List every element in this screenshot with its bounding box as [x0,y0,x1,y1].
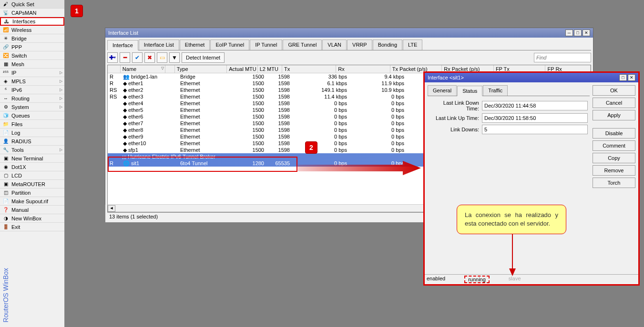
sidebar-item-lcd[interactable]: ▢LCD [0,171,64,180]
sidebar-label: MetaROUTER [11,181,45,187]
sidebar-item-ipv6[interactable]: ⁶IPv6▷ [0,86,64,94]
sidebar-label: Quick Set [11,1,34,7]
sidebar-item-queues[interactable]: 🧊Queues [0,111,64,120]
sidebar-icon: ↔ [2,95,10,102]
add-button[interactable]: ✚▾ [107,52,118,63]
cancel-button[interactable]: Cancel [593,98,635,108]
sidebar-item-files[interactable]: 📁Files [0,120,64,129]
column-header[interactable]: Name▽ [121,65,166,73]
tab-interface[interactable]: Interface [107,40,138,50]
tab-eoip-tunnel[interactable]: EoIP Tunnel [210,40,249,50]
sidebar-label: New Terminal [11,156,43,161]
sidebar-label: Dot1X [11,164,26,170]
sidebar-icon: 🚪 [2,223,10,231]
sidebar-item-manual[interactable]: ❓Manual [0,206,64,214]
ok-button[interactable]: OK [593,85,635,96]
find-input[interactable] [534,53,591,62]
detail-close-button[interactable]: ✕ [628,74,635,81]
sidebar-icon: ²⁵⁵ [2,69,10,77]
svg-marker-2 [509,268,516,276]
copy-button[interactable]: Copy [593,153,635,163]
sidebar-item-interfaces[interactable]: 🖧Interfaces [0,17,64,26]
apply-button[interactable]: Apply [593,110,635,120]
tab-gre-tunnel[interactable]: GRE Tunnel [283,40,322,50]
comment-button[interactable]: Comment [593,140,635,151]
detail-tab-general[interactable]: General [428,85,457,96]
window-controls: ─ □ ✕ [565,30,590,36]
chevron-right-icon: ▷ [60,70,62,75]
sidebar-item-switch[interactable]: 🔀Switch [0,51,64,60]
column-header[interactable] [108,65,121,73]
sidebar-item-mpls[interactable]: ◈MPLS▷ [0,77,64,86]
sidebar-item-capsman[interactable]: 📡CAPsMAN [0,9,64,17]
sidebar-item-log[interactable]: 📄Log [0,129,64,137]
sidebar-item-ip[interactable]: ²⁵⁵IP▷ [0,69,64,77]
enable-button[interactable]: ✔ [132,52,143,63]
sidebar-icon: ⁶ [2,86,10,94]
window-titlebar[interactable]: Interface List ─ □ ✕ [105,28,593,38]
sidebar-item-radius[interactable]: 👤RADIUS [0,137,64,146]
sidebar-item-exit[interactable]: 🚪Exit [0,223,64,231]
detect-internet-button[interactable]: Detect Internet [182,52,225,63]
filter-button[interactable]: ▼ [169,52,180,63]
sidebar-label: Tools [11,147,24,153]
tab-ethernet[interactable]: Ethernet [180,40,210,50]
callout-badge-1: 1 [71,5,83,17]
sidebar-item-quick-set[interactable]: 🖌Quick Set [0,0,64,9]
sidebar-item-system[interactable]: ⚙System▷ [0,103,64,111]
tabs: InterfaceInterface ListEthernetEoIP Tunn… [107,40,591,50]
scroll-left-button[interactable]: ◄ [108,205,115,212]
detail-titlebar[interactable]: Interface <sit1> □ ✕ [425,73,638,82]
column-header[interactable]: Type [175,65,227,73]
tab-lte[interactable]: LTE [403,40,422,50]
column-header[interactable]: L2 MTU [258,65,282,73]
link-downs-field[interactable] [482,125,588,134]
last-down-field[interactable] [482,101,588,110]
sidebar-item-wireless[interactable]: 📶Wireless [0,26,64,34]
sidebar-item-new-winbox[interactable]: ◑New WinBox [0,214,64,223]
remove-button[interactable]: Remove [593,165,635,176]
sidebar-item-routing[interactable]: ↔Routing▷ [0,94,64,103]
sidebar-item-new-terminal[interactable]: ▣New Terminal [0,154,64,163]
sidebar-icon: 🔀 [2,52,10,59]
sidebar-item-partition[interactable]: ◫Partition [0,188,64,197]
app-title-vertical: RouterOS WinBox [0,268,11,322]
sidebar-label: Exit [11,224,20,230]
sidebar-label: Queues [11,113,30,119]
sidebar-item-tools[interactable]: 🔧Tools▷ [0,146,64,154]
sidebar-item-metarouter[interactable]: ▣MetaROUTER [0,180,64,188]
detail-tab-status[interactable]: Status [457,86,482,96]
detail-tab-traffic[interactable]: Traffic [483,85,508,96]
detail-maximize-button[interactable]: □ [619,74,627,81]
comment-button[interactable]: ▭ [157,52,167,63]
tab-vrrp[interactable]: VRRP [347,40,372,50]
sidebar-item-mesh[interactable]: ▦Mesh [0,60,64,69]
tab-bonding[interactable]: Bonding [373,40,402,50]
sidebar-icon: 📄 [2,198,10,205]
sidebar-item-bridge[interactable]: ✳Bridge [0,34,64,43]
sidebar-icon: 🖌 [2,0,10,8]
minimize-button[interactable]: ─ [565,30,573,36]
close-button[interactable]: ✕ [583,30,590,36]
torch-button[interactable]: Torch [593,178,635,188]
tab-interface-list[interactable]: Interface List [139,40,179,50]
sidebar-icon: ◉ [2,163,10,171]
tab-ip-tunnel[interactable]: IP Tunnel [250,40,282,50]
column-header[interactable] [165,65,174,73]
maximize-button[interactable]: □ [574,30,582,36]
sidebar-icon: 🧊 [2,112,10,119]
sidebar-item-ppp[interactable]: 🔗PPP [0,43,64,51]
column-header[interactable]: Tx [282,65,336,73]
tab-vlan[interactable]: VLAN [322,40,347,50]
remove-button[interactable]: ━ [120,52,130,63]
chevron-right-icon: ▷ [60,88,62,92]
chevron-right-icon: ▷ [60,148,62,152]
column-header[interactable]: Rx [336,65,390,73]
disable-button[interactable]: Disable [593,128,635,139]
last-up-field[interactable] [482,113,588,123]
disable-button[interactable]: ✖ [144,52,155,63]
column-header[interactable]: Actual MTU [227,65,257,73]
sidebar-item-make-supout.rif[interactable]: 📄Make Supout.rif [0,197,64,206]
sidebar-icon: ▣ [2,180,10,188]
sidebar-item-dot1x[interactable]: ◉Dot1X [0,163,64,171]
